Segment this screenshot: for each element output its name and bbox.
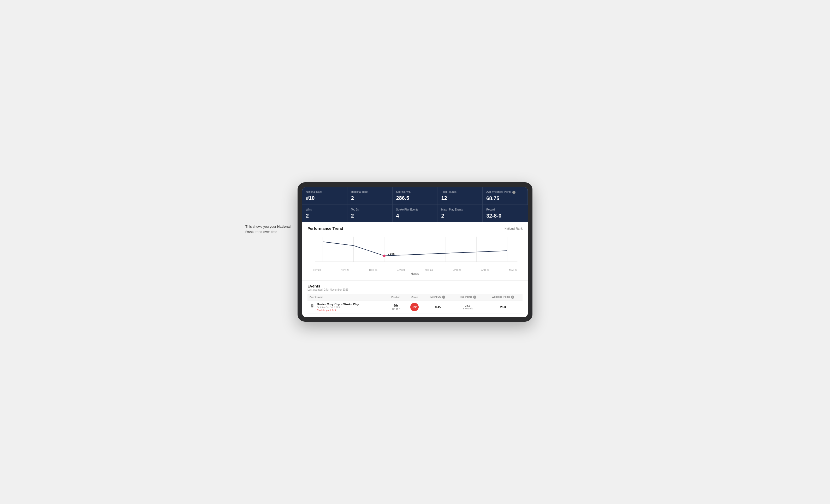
x-label-jan24: JAN 24 [397,269,405,271]
x-label-dec23: DEC 23 [369,269,377,271]
performance-header: Performance Trend National Rank [308,226,522,231]
tablet-screen: National Rank #10 Regional Rank 2 Scorin… [302,187,528,317]
golf-bag-icon [310,303,315,308]
stat-regional-rank-label: Regional Rank [351,190,389,194]
event-info: Buster Cozy Cup – Stroke Play Oct 9 – Oc… [317,303,359,311]
annotation: This shows you your National Rank trend … [245,224,295,234]
col-total-points: Total Points i [452,294,483,301]
x-label-may24: MAY 24 [509,269,517,271]
stat-top3s-label: Top 3s [351,208,389,211]
stat-stroke-play-value: 4 [396,213,434,219]
total-points-rounds: 3 Rounds [454,307,481,310]
stat-wins-value: 2 [306,213,344,219]
event-sg-info-icon[interactable]: i [442,296,445,299]
stat-top3s: Top 3s 2 [347,205,392,222]
stat-match-play-value: 2 [441,213,479,219]
svg-point-16 [312,306,313,307]
x-label-apr24: APR 24 [481,269,489,271]
stat-national-rank: National Rank #10 [302,187,347,205]
stat-scoring-avg-value: 286.5 [396,195,434,201]
stat-total-rounds: Total Rounds 12 [438,187,483,205]
performance-section: Performance Trend National Rank [302,222,528,280]
event-name-text: Buster Cozy Cup – Stroke Play [317,303,359,306]
rank-impact-text: Rank Impact: 3 [317,309,333,311]
annotation-text: This shows you your National Rank trend … [245,225,290,234]
col-event-sg: Event SG i [424,294,452,301]
stat-regional-rank: Regional Rank 2 [347,187,392,205]
x-label-oct23: OCT 23 [313,269,321,271]
events-header-row: Event Name Position Score Event SG i Tot… [308,294,522,301]
x-label-feb24: FEB 24 [425,269,433,271]
stat-regional-rank-value: 2 [351,195,389,201]
weighted-points-info-icon[interactable]: i [511,296,514,299]
events-table-header: Event Name Position Score Event SG i Tot… [308,294,522,301]
performance-title: Performance Trend [308,226,343,231]
col-score: Score [405,294,424,301]
tablet-frame: National Rank #10 Regional Rank 2 Scorin… [297,182,533,322]
stat-wins: Wins 2 [302,205,347,222]
stat-record: Record 32-8-0 [483,205,528,222]
rank-impact: Rank Impact: 3 ▼ [317,309,359,311]
total-points-info-icon[interactable]: i [473,296,476,299]
stat-wins-label: Wins [306,208,344,211]
position-sub: out of 7 [392,308,400,310]
x-label-nov23: NOV 23 [341,269,349,271]
event-name-inner: Buster Cozy Cup – Stroke Play Oct 9 – Oc… [310,303,384,311]
events-table-body: Buster Cozy Cup – Stroke Play Oct 9 – Oc… [308,301,522,314]
stat-avg-weighted-value: 68.75 [486,195,524,201]
events-title: Events [308,284,522,288]
stats-grid: National Rank #10 Regional Rank 2 Scorin… [302,187,528,222]
scene: This shows you your National Rank trend … [297,182,533,322]
col-weighted-points: Weighted Points i [483,294,522,301]
events-section: Events Last updated: 24th November 2023 … [302,280,528,317]
stat-stroke-play: Stroke Play Events 4 [392,205,438,222]
stat-avg-weighted-label: Avg. Weighted Points i [486,190,524,194]
table-row: Buster Cozy Cup – Stroke Play Oct 9 – Oc… [308,301,522,314]
events-table: Event Name Position Score Event SG i Tot… [308,294,522,314]
weighted-points-value: 28.3 [500,305,506,309]
svg-text:• #10: • #10 [388,253,395,256]
stat-total-rounds-label: Total Rounds [441,190,479,194]
chart-axis-label: Months [308,272,522,275]
stat-scoring-avg-label: Scoring Avg. [396,190,434,194]
col-position: Position [386,294,405,301]
stat-match-play-label: Match Play Events [441,208,479,211]
svg-point-10 [383,255,385,257]
event-position: 6th out of 7 [386,301,405,314]
chart-x-labels: OCT 23 NOV 23 DEC 23 JAN 24 FEB 24 MAR 2… [308,269,522,271]
event-name-cell: Buster Cozy Cup – Stroke Play Oct 9 – Oc… [308,301,386,314]
avg-weighted-info-icon[interactable]: i [512,191,515,194]
weighted-points: 28.3 [483,301,522,314]
position-main: 6th [388,304,403,307]
total-points-value: 28.3 [454,304,481,307]
total-points: 28.3 3 Rounds [452,301,483,314]
stat-stroke-play-label: Stroke Play Events [396,208,434,211]
performance-rank-label: National Rank [505,227,522,230]
event-score: -22 [405,301,424,314]
score-badge: -22 [410,303,419,311]
event-sg: 0.45 [424,301,452,314]
stat-match-play: Match Play Events 2 [438,205,483,222]
chart-svg: • #10 [308,234,522,268]
stat-top3s-value: 2 [351,213,389,219]
chart-container: • #10 [308,234,522,268]
stat-record-label: Record [486,208,524,211]
stat-total-rounds-value: 12 [441,195,479,201]
stat-record-value: 32-8-0 [486,213,524,219]
events-updated: Last updated: 24th November 2023 [308,288,522,291]
stat-national-rank-label: National Rank [306,190,344,194]
stat-national-rank-value: #10 [306,195,344,201]
stat-avg-weighted: Avg. Weighted Points i 68.75 [483,187,528,205]
annotation-bold: National Rank [245,225,290,234]
event-date: Oct 9 – Oct 10, 2023 [317,306,359,309]
svg-rect-13 [312,304,313,304]
x-label-mar24: MAR 24 [453,269,461,271]
stat-scoring-avg: Scoring Avg. 286.5 [392,187,438,205]
rank-impact-arrow: ▼ [334,309,337,311]
col-event-name: Event Name [308,294,386,301]
